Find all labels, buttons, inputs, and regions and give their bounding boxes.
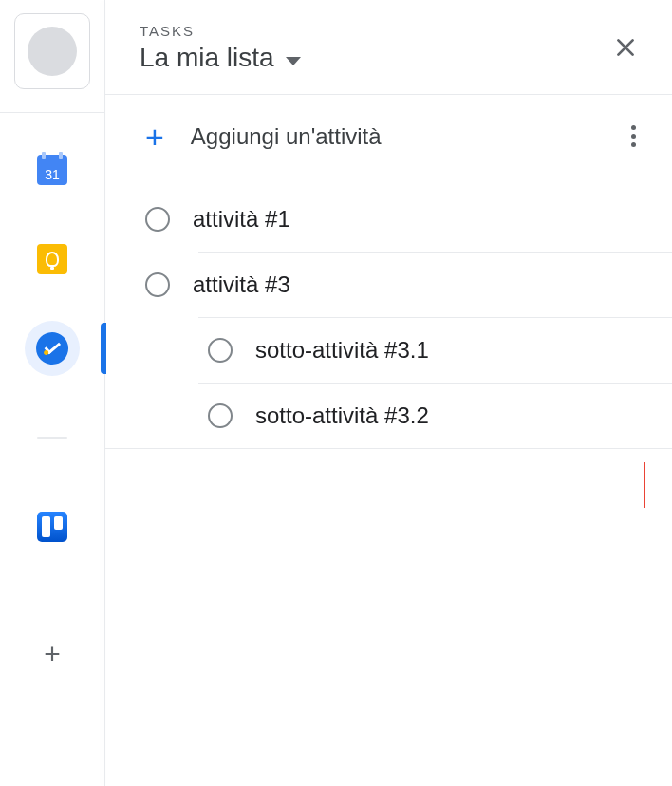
active-indicator <box>101 323 106 374</box>
task-title: attività #3 <box>193 271 290 298</box>
add-app-button[interactable]: + <box>0 635 104 673</box>
tasks-app-button[interactable] <box>0 329 104 367</box>
avatar <box>28 27 77 76</box>
dot-icon <box>631 134 636 139</box>
more-options-button[interactable] <box>625 120 642 153</box>
close-button[interactable] <box>609 30 642 70</box>
task-complete-circle[interactable] <box>145 272 170 297</box>
panel-bottom <box>105 448 672 786</box>
task-item[interactable]: sotto-attività #3.1 <box>105 318 672 383</box>
keep-icon <box>37 244 67 274</box>
dot-icon <box>631 125 636 130</box>
task-complete-circle[interactable] <box>208 403 233 428</box>
avatar-container[interactable] <box>14 13 90 89</box>
panel-header: TASKS La mia lista <box>105 0 672 95</box>
dot-icon <box>631 142 636 147</box>
trello-app-button[interactable] <box>0 508 104 546</box>
list-selector[interactable]: La mia lista <box>140 43 301 73</box>
rail-separator <box>0 419 104 457</box>
rail-divider <box>0 112 104 113</box>
task-complete-circle[interactable] <box>208 338 233 363</box>
task-item[interactable]: sotto-attività #3.2 <box>105 384 672 448</box>
plus-icon: + <box>44 640 61 668</box>
tasks-panel: TASKS La mia lista + Aggiungi un'attivit… <box>105 0 672 786</box>
task-title: sotto-attività #3.1 <box>255 337 429 364</box>
add-task-row: + Aggiungi un'attività <box>105 95 672 178</box>
close-icon <box>613 35 638 60</box>
side-rail: 31 + <box>0 0 104 786</box>
tasks-active-highlight <box>25 321 80 376</box>
trello-col-right <box>54 516 63 530</box>
trello-col-left <box>42 516 50 537</box>
tasks-dot <box>44 350 49 356</box>
plus-icon: + <box>145 121 164 153</box>
list-name: La mia lista <box>140 43 274 73</box>
header-text: TASKS La mia lista <box>140 23 301 73</box>
calendar-day: 31 <box>45 167 60 185</box>
task-list: attività #1attività #3sotto-attività #3.… <box>105 178 672 448</box>
app-label: TASKS <box>140 23 301 39</box>
keep-app-button[interactable] <box>0 240 104 278</box>
add-task-label: Aggiungi un'attività <box>191 123 382 150</box>
task-title: sotto-attività #3.2 <box>255 402 429 429</box>
task-item[interactable]: attività #1 <box>105 187 672 252</box>
calendar-app-button[interactable]: 31 <box>0 151 104 189</box>
trello-icon <box>37 512 67 542</box>
task-complete-circle[interactable] <box>145 207 170 232</box>
task-item[interactable]: attività #3 <box>105 253 672 317</box>
text-cursor <box>644 462 645 508</box>
divider-icon <box>37 437 67 439</box>
add-task-button[interactable]: + Aggiungi un'attività <box>145 121 382 153</box>
rail-icons: 31 + <box>0 151 104 673</box>
chevron-down-icon <box>286 57 301 66</box>
bulb-icon <box>46 252 59 267</box>
calendar-icon: 31 <box>37 155 67 185</box>
task-title: attività #1 <box>193 206 290 233</box>
tasks-icon <box>33 329 70 366</box>
